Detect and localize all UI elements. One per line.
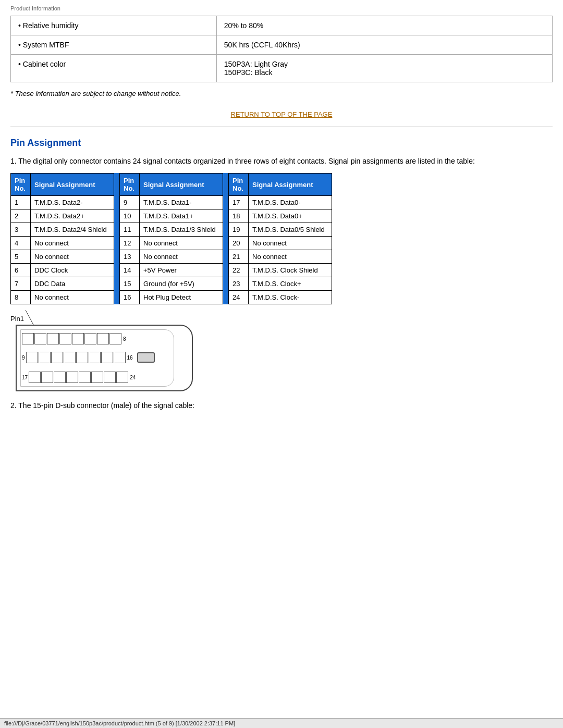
pin-no-header: PinNo.	[120, 174, 140, 196]
table-row: 10T.M.D.S. Data1+	[120, 209, 223, 223]
signal-value: T.M.D.S. Data0-	[249, 196, 332, 209]
pin-no-header: PinNo.	[229, 174, 249, 196]
signal-value: No connect	[31, 237, 114, 250]
svg-line-0	[26, 310, 33, 325]
info-value: 50K hrs (CCFL 40Khrs)	[216, 35, 552, 55]
pin-number: 21	[229, 250, 249, 264]
signal-value: No connect	[31, 250, 114, 264]
info-label: • Cabinet color	[11, 55, 217, 82]
signal-value: T.M.D.S. Clock+	[249, 277, 332, 291]
pin-table-2: PinNo.Signal Assignment9T.M.D.S. Data1-1…	[119, 173, 223, 304]
pin-number: 13	[120, 250, 140, 264]
info-table: • Relative humidity20% to 80%• System MT…	[10, 16, 553, 82]
pin-no-header: PinNo.	[11, 174, 31, 196]
pin-number: 17	[229, 196, 249, 209]
pin-table-1: PinNo.Signal Assignment1T.M.D.S. Data2-2…	[10, 173, 114, 304]
table-row: 24T.M.D.S. Clock-	[229, 291, 332, 304]
table-row: 13No connect	[120, 250, 223, 264]
table-row: 2T.M.D.S. Data2+	[11, 209, 114, 223]
connector-diagram: Pin1	[10, 315, 553, 393]
pin-number: 22	[229, 264, 249, 277]
signal-value: No connect	[249, 237, 332, 250]
pin-number: 14	[120, 264, 140, 277]
signal-value: Ground (for +5V)	[140, 277, 223, 291]
table-row: 16Hot Plug Detect	[120, 291, 223, 304]
pin-assignment-title: Pin Assignment	[10, 138, 553, 149]
return-to-top-link[interactable]: RETURN TO TOP OF THE PAGE	[231, 110, 333, 118]
table-row: 22T.M.D.S. Clock Shield	[229, 264, 332, 277]
pin-table-3: PinNo.Signal Assignment17T.M.D.S. Data0-…	[228, 173, 332, 304]
signal-value: T.M.D.S. Data1-	[140, 196, 223, 209]
table-row: 17T.M.D.S. Data0-	[229, 196, 332, 209]
table-row: 18T.M.D.S. Data0+	[229, 209, 332, 223]
signal-value: T.M.D.S. Clock Shield	[249, 264, 332, 277]
signal-value: No connect	[140, 250, 223, 264]
signal-value: T.M.D.S. Data0/5 Shield	[249, 223, 332, 237]
pin-number: 23	[229, 277, 249, 291]
signal-value: T.M.D.S. Data2+	[31, 209, 114, 223]
signal-value: Hot Plug Detect	[140, 291, 223, 304]
pin-number: 5	[11, 250, 31, 264]
pin-number: 1	[11, 196, 31, 209]
signal-assignment-header: Signal Assignment	[249, 174, 332, 196]
signal-assignment-header: Signal Assignment	[140, 174, 223, 196]
info-label: • System MTBF	[11, 35, 217, 55]
row2-start-label: 9	[22, 355, 25, 361]
pin-number: 20	[229, 237, 249, 250]
table-row: 15Ground (for +5V)	[120, 277, 223, 291]
pin-number: 3	[11, 223, 31, 237]
pin-number: 24	[229, 291, 249, 304]
info-value: 150P3A: Light Gray150P3C: Black	[216, 55, 552, 82]
pin-number: 16	[120, 291, 140, 304]
signal-value: DDC Data	[31, 277, 114, 291]
pin-number: 12	[120, 237, 140, 250]
pin-number: 10	[120, 209, 140, 223]
row3-start-label: 17	[22, 375, 28, 380]
signal-value: T.M.D.S. Data1/3 Shield	[140, 223, 223, 237]
table-row: 19T.M.D.S. Data0/5 Shield	[229, 223, 332, 237]
signal-value: T.M.D.S. Data2/4 Shield	[31, 223, 114, 237]
pin-number: 19	[229, 223, 249, 237]
pin-assignment-description: 1. The digital only connector contains 2…	[10, 156, 553, 167]
pin-tables-wrapper: PinNo.Signal Assignment1T.M.D.S. Data2-2…	[10, 173, 553, 304]
signal-value: No connect	[140, 237, 223, 250]
table-row: 12No connect	[120, 237, 223, 250]
signal-value: T.M.D.S. Data2-	[31, 196, 114, 209]
signal-value: +5V Power	[140, 264, 223, 277]
signal-value: DDC Clock	[31, 264, 114, 277]
pin-number: 8	[11, 291, 31, 304]
pin-number: 11	[120, 223, 140, 237]
row1-end-label: 8	[123, 336, 126, 342]
side-port	[137, 352, 155, 363]
pin1-label: Pin1	[10, 315, 553, 323]
row2-end-label: 16	[127, 355, 133, 361]
table-row: 23T.M.D.S. Clock+	[229, 277, 332, 291]
table-row: 1T.M.D.S. Data2-	[11, 196, 114, 209]
table-row: 5No connect	[11, 250, 114, 264]
table-row: 6DDC Clock	[11, 264, 114, 277]
table-row: 9T.M.D.S. Data1-	[120, 196, 223, 209]
pin-number: 9	[120, 196, 140, 209]
table-row: 7DDC Data	[11, 277, 114, 291]
table-row: 20No connect	[229, 237, 332, 250]
signal-assignment-header: Signal Assignment	[31, 174, 114, 196]
pin-number: 7	[11, 277, 31, 291]
table-separator	[114, 173, 119, 304]
table-row: 8No connect	[11, 291, 114, 304]
info-value: 20% to 80%	[216, 16, 552, 35]
info-label: • Relative humidity	[11, 16, 217, 35]
table-separator	[223, 173, 228, 304]
pin-number: 6	[11, 264, 31, 277]
signal-value: No connect	[249, 250, 332, 264]
section-divider	[10, 127, 553, 127]
notice-text: * These information are subject to chang…	[10, 90, 553, 97]
pin-number: 18	[229, 209, 249, 223]
table-row: 4No connect	[11, 237, 114, 250]
section2-text: 2. The 15-pin D-sub connector (male) of …	[10, 401, 553, 410]
table-row: 11T.M.D.S. Data1/3 Shield	[120, 223, 223, 237]
signal-value: T.M.D.S. Data0+	[249, 209, 332, 223]
table-row: 21No connect	[229, 250, 332, 264]
pin-number: 15	[120, 277, 140, 291]
table-row: 14+5V Power	[120, 264, 223, 277]
pin-number: 2	[11, 209, 31, 223]
